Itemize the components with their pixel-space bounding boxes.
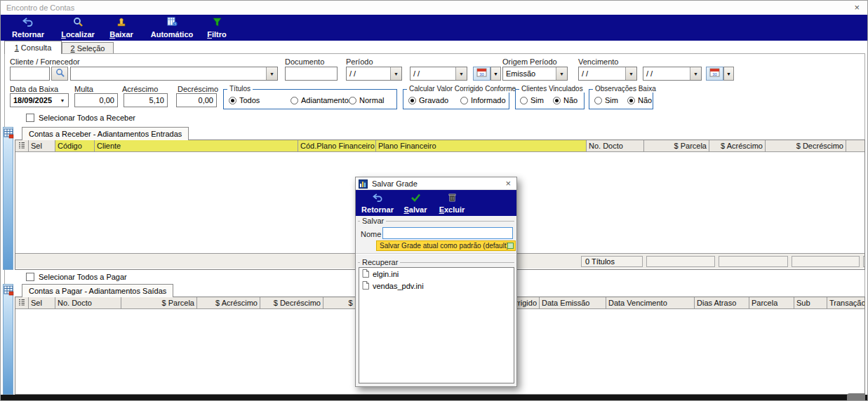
dialog-salvar-button[interactable]: Salvar bbox=[399, 192, 432, 214]
recuperar-group-label: Recuperar bbox=[360, 258, 400, 266]
checkbox-icon bbox=[26, 273, 34, 281]
column-header-dias-atraso[interactable]: Dias Atraso bbox=[695, 297, 749, 308]
dialog-retornar-button[interactable]: Retornar bbox=[357, 192, 398, 214]
vencimento-to-combo[interactable]: / / ▼ bbox=[643, 67, 702, 81]
pagar-header-menu-cell[interactable] bbox=[15, 297, 29, 308]
select-all-pagar-checkbox[interactable]: Selecionar Todos a Pagar bbox=[26, 273, 127, 281]
multa-input[interactable]: 0,00 bbox=[74, 93, 118, 107]
documento-input[interactable] bbox=[285, 67, 338, 81]
cliente-code-input[interactable] bbox=[10, 67, 50, 81]
radio-titulos-normal[interactable]: Normal bbox=[349, 96, 384, 104]
window-bottom-edge bbox=[1, 395, 868, 400]
default-hint-text: Salvar Grade atual como padrão (default) bbox=[380, 242, 509, 250]
column-header-sub[interactable]: Sub bbox=[794, 297, 827, 308]
column-header-sel[interactable]: Sel bbox=[29, 297, 55, 308]
localizar-button[interactable]: Localizar bbox=[55, 17, 100, 39]
dialog-title: Salvar Grade bbox=[372, 179, 418, 188]
vencimento-calendar-button[interactable]: 30 bbox=[706, 67, 723, 81]
column-header-data-vencimento[interactable]: Data Vencimento bbox=[606, 297, 695, 308]
column-header-decrescimo[interactable]: $ Decréscimo bbox=[766, 140, 846, 151]
dialog-close-icon[interactable]: × bbox=[505, 178, 511, 189]
column-header-transacao[interactable]: Transação bbox=[827, 297, 864, 308]
column-header-cod-plano[interactable]: Cód.Plano Financeiro bbox=[298, 140, 376, 151]
radio-observacoes-sim[interactable]: Sim bbox=[594, 96, 618, 104]
radio-titulos-adiantamentos[interactable]: Adiantamentos bbox=[291, 96, 352, 104]
baixar-button[interactable]: Baixar bbox=[105, 17, 138, 39]
automatico-button[interactable]: Automático bbox=[142, 17, 201, 39]
chevron-down-icon: ▼ bbox=[390, 67, 401, 80]
grid-icon[interactable] bbox=[4, 128, 14, 142]
chevron-down-icon: ▼ bbox=[455, 67, 467, 80]
periodo-to-combo[interactable]: / / ▼ bbox=[410, 67, 467, 81]
resize-grip[interactable] bbox=[847, 393, 865, 400]
origem-periodo-combo[interactable]: Emissão ▼ bbox=[502, 67, 568, 81]
data-baixa-combo[interactable]: 18/09/2025 ▼ bbox=[10, 93, 69, 107]
column-header-filler bbox=[846, 140, 864, 151]
calendar-icon: 30 bbox=[709, 67, 720, 80]
vencimento-calendar-dropdown[interactable]: ▼ bbox=[723, 67, 734, 81]
default-hint-row[interactable]: Salvar Grade atual como padrão (default) bbox=[376, 240, 516, 251]
column-header-cliente[interactable]: Cliente bbox=[95, 140, 298, 151]
select-all-receber-checkbox[interactable]: Selecionar Todos a Receber bbox=[26, 114, 135, 122]
column-header-no-docto[interactable]: No. Docto bbox=[55, 297, 121, 308]
pagar-grid-tab[interactable]: Contas a Pagar - Adiantamentos Saídas bbox=[22, 284, 173, 297]
column-header-codigo[interactable]: Código bbox=[55, 140, 95, 151]
grid-icon[interactable] bbox=[4, 285, 14, 299]
periodo-from-combo[interactable]: / / ▼ bbox=[346, 67, 402, 81]
check-icon bbox=[410, 192, 420, 205]
column-header-plano[interactable]: Plano Financeiro bbox=[376, 140, 587, 151]
column-header-acrescimo[interactable]: $ Acréscimo bbox=[197, 297, 260, 308]
radio-label: Normal bbox=[359, 96, 384, 104]
column-header-sel[interactable]: Sel bbox=[29, 140, 55, 151]
radio-icon bbox=[229, 97, 236, 104]
cliente-search-button[interactable] bbox=[51, 67, 68, 81]
column-header-parcela[interactable]: $ Parcela bbox=[121, 297, 197, 308]
radio-vinculados-nao[interactable]: Não bbox=[553, 96, 577, 104]
encontro-de-contas-window: Encontro de Contas × Retornar Localizar … bbox=[0, 0, 868, 401]
radio-vinculados-sim[interactable]: Sim bbox=[520, 96, 544, 104]
multa-label: Multa bbox=[74, 85, 93, 93]
receber-header-menu-cell[interactable] bbox=[15, 140, 29, 151]
periodo-calendar-dropdown[interactable]: ▼ bbox=[490, 67, 501, 81]
retornar-button[interactable]: Retornar bbox=[6, 17, 50, 39]
status-panel bbox=[792, 256, 860, 267]
column-header-parcela2[interactable]: Parcela bbox=[749, 297, 794, 308]
radio-calcular-informado[interactable]: Informado bbox=[460, 96, 506, 104]
filtro-button[interactable]: Filtro bbox=[203, 17, 231, 39]
dialog-excluir-button[interactable]: Excluir bbox=[434, 192, 469, 214]
list-item[interactable]: vendas_pdv.ini bbox=[359, 280, 514, 292]
column-header-parcela[interactable]: $ Parcela bbox=[644, 140, 709, 151]
window-close-icon[interactable]: × bbox=[854, 2, 860, 13]
radio-calcular-gravado[interactable]: Gravado bbox=[408, 96, 448, 104]
dialog-title-bar: Salvar Grade × bbox=[356, 177, 516, 190]
radio-observacoes-nao[interactable]: Não bbox=[627, 96, 652, 104]
acrescimo-input[interactable]: 5,10 bbox=[123, 93, 168, 107]
radio-titulos-todos[interactable]: Todos bbox=[229, 96, 260, 104]
radio-icon bbox=[349, 97, 356, 104]
column-header-data-emissao[interactable]: Data Emissão bbox=[540, 297, 606, 308]
chevron-down-icon: ▼ bbox=[556, 67, 567, 80]
receber-grid-tab-label: Contas a Receber - Adiantamentos Entrada… bbox=[29, 130, 182, 138]
list-item[interactable]: elgin.ini bbox=[359, 268, 514, 280]
nome-input[interactable] bbox=[382, 227, 513, 239]
tab-consulta[interactable]: 1 Consulta bbox=[4, 41, 62, 54]
filtro-label: Filtro bbox=[207, 30, 227, 39]
chevron-down-icon: ▼ bbox=[57, 94, 68, 107]
periodo-calendar-button[interactable]: 30 bbox=[473, 67, 490, 81]
decrescimo-input[interactable]: 0,00 bbox=[176, 93, 217, 107]
column-header-acrescimo[interactable]: $ Acréscimo bbox=[709, 140, 766, 151]
svg-text:30: 30 bbox=[479, 72, 484, 76]
default-checkbox-icon[interactable] bbox=[507, 243, 514, 249]
column-header-decrescimo[interactable]: $ Decréscimo bbox=[260, 297, 323, 308]
receber-grid-tab[interactable]: Contas a Receber - Adiantamentos Entrada… bbox=[22, 127, 189, 140]
vencimento-from-combo[interactable]: / / ▼ bbox=[578, 67, 637, 81]
saved-grids-list[interactable]: elgin.ini vendas_pdv.ini bbox=[359, 267, 514, 383]
search-icon bbox=[55, 67, 65, 80]
checkbox-icon bbox=[26, 114, 34, 122]
column-header-no-docto[interactable]: No. Docto bbox=[587, 140, 644, 151]
salvar-grade-dialog: Salvar Grade × Retornar Salvar Excluir S… bbox=[355, 177, 517, 387]
cliente-name-combo[interactable]: ▼ bbox=[70, 67, 278, 81]
titulos-group-label: Títulos bbox=[227, 85, 253, 93]
tab-selecao[interactable]: 2 Seleção bbox=[62, 42, 114, 54]
titulos-count-panel: 0 Títulos bbox=[581, 256, 643, 267]
